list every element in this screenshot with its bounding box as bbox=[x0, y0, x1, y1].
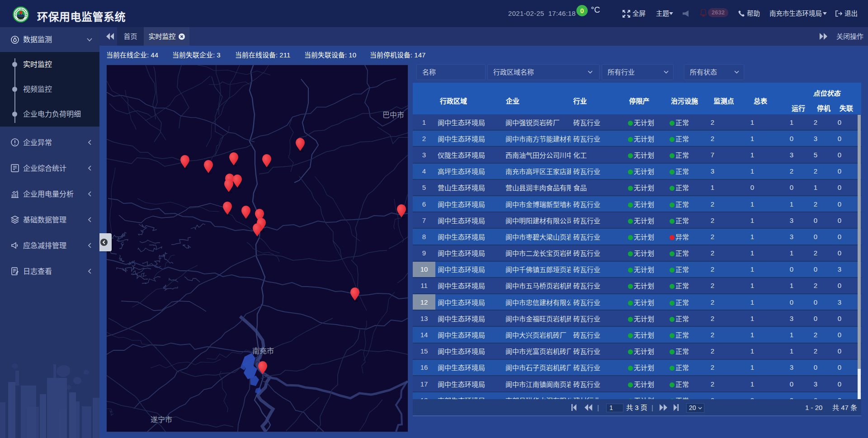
svg-text:南充市: 南充市 bbox=[252, 347, 274, 355]
svg-text:巴中市: 巴中市 bbox=[382, 111, 404, 119]
svg-text:遂宁市: 遂宁市 bbox=[151, 416, 172, 424]
